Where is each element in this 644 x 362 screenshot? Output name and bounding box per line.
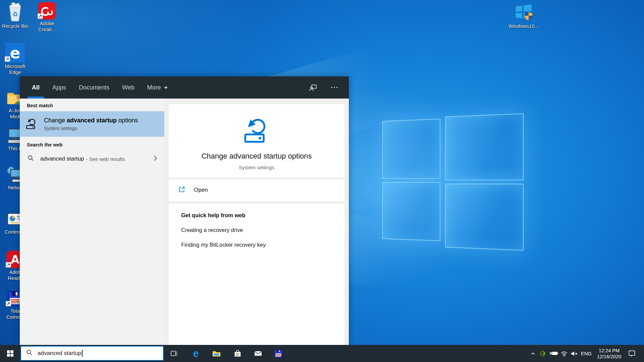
best-match-result[interactable]: Change advanced startup options System s… (20, 111, 164, 137)
language-indicator[interactable]: ENG (580, 345, 593, 362)
microsoft-edge-icon: e (5, 43, 25, 62)
tab-label: Documents (79, 84, 109, 91)
recycle-bin-icon: ♻ (5, 2, 25, 22)
action-center-button[interactable] (626, 345, 637, 362)
taskbar: advanced startup e (0, 345, 644, 362)
tray-app-icon[interactable] (539, 345, 547, 362)
total-commander-icon: 64 (274, 349, 283, 358)
battery-charging-icon[interactable] (549, 345, 559, 362)
tab-label: All (32, 84, 40, 91)
best-match-heading: Best match (20, 99, 164, 111)
search-web-heading: Search the web (20, 137, 164, 150)
wallpaper-logo-pane (382, 182, 440, 241)
windows-search-panel: All Apps Documents Web More (20, 76, 349, 345)
desktop-icon-label: Recycle Bin (0, 23, 30, 29)
start-button[interactable] (0, 345, 20, 362)
windows-desktop: { "desktop_icons": [ { "label": "Recycle… (0, 0, 644, 362)
search-input-value: advanced startup (38, 350, 81, 357)
tab-all[interactable]: All (31, 76, 41, 99)
taskbar-app-edge[interactable]: e (189, 345, 203, 362)
tab-web[interactable]: Web (121, 76, 136, 99)
wallpaper-logo-pane (445, 113, 524, 180)
tab-apps[interactable]: Apps (51, 76, 67, 99)
svg-text:A: A (11, 253, 19, 266)
taskbar-clock[interactable]: 12:24 PM 12/16/2020 (594, 345, 625, 362)
tab-more[interactable]: More (146, 76, 169, 99)
search-icon (26, 349, 33, 358)
desktop-icon-label: Microsoft Edge (0, 63, 30, 75)
adobe-creative-cloud-icon (38, 2, 56, 19)
task-view-button[interactable] (166, 345, 181, 362)
open-action-label: Open (194, 187, 208, 193)
search-results-list: Best match Change advanced startup optio… (20, 99, 164, 345)
store-icon (233, 349, 242, 358)
result-preview-card: Change advanced startup options System s… (169, 104, 344, 177)
quick-help-heading: Get quick help from web (181, 212, 344, 219)
open-external-icon (178, 185, 186, 195)
tab-label: Apps (52, 84, 66, 91)
shortcut-arrow-icon (5, 56, 10, 63)
volume-muted-icon[interactable] (570, 345, 579, 362)
open-action-row[interactable]: Open (169, 179, 344, 201)
search-results-area: Best match Change advanced startup optio… (20, 99, 349, 345)
clock-date: 12/16/2020 (597, 354, 622, 360)
wallpaper-logo-pane (445, 184, 524, 251)
user-account-icon[interactable] (307, 82, 319, 93)
web-search-result[interactable]: advanced startup - See web results (20, 150, 164, 167)
svg-text:♻: ♻ (12, 11, 18, 18)
advanced-startup-icon (25, 118, 38, 130)
advanced-startup-icon (242, 116, 271, 147)
tab-documents[interactable]: Documents (78, 76, 110, 99)
taskbar-search-input[interactable]: advanced startup (20, 346, 164, 361)
tab-label: Web (122, 84, 135, 91)
wallpaper-windows-logo (382, 113, 524, 249)
wallpaper-logo-pane (382, 119, 440, 179)
taskbar-app-store[interactable] (230, 345, 245, 362)
quick-help-link[interactable]: Finding my BitLocker recovery key (181, 242, 344, 248)
result-subtitle: System settings (169, 165, 344, 170)
best-match-title: Change advanced startup options (44, 117, 138, 124)
desktop-icon-recycle-bin[interactable]: ♻ Recycle Bin (0, 2, 30, 29)
taskbar-app-file-explorer[interactable] (209, 345, 224, 362)
search-filter-bar: All Apps Documents Web More (20, 76, 349, 99)
chevron-down-icon (164, 84, 168, 91)
tab-label: More (147, 84, 161, 91)
shortcut-arrow-icon (38, 13, 43, 20)
shortcut-arrow-icon (6, 262, 11, 269)
svg-text:64: 64 (279, 355, 281, 357)
search-icon (27, 155, 35, 163)
edge-icon: e (193, 348, 199, 359)
quick-help-link[interactable]: Creating a recovery drive (181, 227, 344, 233)
taskbar-app-total-commander[interactable]: 64 (271, 345, 286, 362)
tray-show-hidden-icons[interactable] (529, 345, 537, 362)
best-match-text: Change advanced startup options System s… (44, 117, 138, 131)
text-caret (82, 350, 83, 357)
web-hint-text: - See web results (86, 156, 125, 162)
web-query-text: advanced startup (40, 156, 84, 162)
clock-time: 12:24 PM (599, 348, 620, 354)
desktop-icon-microsoft-edge[interactable]: e Microsoft Edge (0, 43, 30, 75)
quick-help-card: Get quick help from web Creating a recov… (169, 204, 344, 345)
desktop-icon-adobe-creative-cloud[interactable]: Adobe Creati... (32, 2, 62, 33)
search-header-actions (307, 76, 340, 99)
shortcut-arrow-icon (6, 301, 11, 308)
more-options-icon[interactable] (329, 82, 340, 93)
search-detail-pane: Change advanced startup options System s… (164, 99, 349, 345)
wifi-icon[interactable] (560, 345, 568, 362)
best-match-subtitle: System settings (44, 126, 138, 131)
svg-text:e: e (10, 44, 20, 62)
mail-icon (254, 349, 263, 358)
taskbar-app-mail[interactable] (251, 345, 265, 362)
file-explorer-icon (212, 349, 221, 358)
chevron-right-icon[interactable] (152, 154, 159, 164)
desktop-icon-label: Windows10... (508, 23, 539, 29)
windows10-setup-icon (513, 2, 534, 22)
result-title: Change advanced startup options (169, 152, 344, 161)
desktop-icon-label: Adobe Creati... (32, 20, 62, 33)
desktop-icon-windows10-setup[interactable]: Windows10... (508, 2, 539, 29)
